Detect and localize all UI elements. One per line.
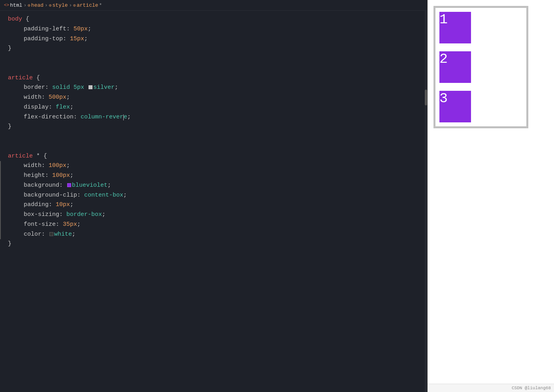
code-line-padding-top: padding-top: 15px; xyxy=(0,34,427,44)
preview-box-3: 3 xyxy=(435,87,475,126)
code-line-article-open: article { xyxy=(0,73,427,83)
breadcrumb-html[interactable]: html xyxy=(10,2,22,8)
scrollbar-track[interactable] xyxy=(425,11,427,392)
code-line-border: border: solid 5px silver; xyxy=(0,83,427,93)
breadcrumb-sep-2: › xyxy=(45,2,48,8)
article-tag-icon: ⊙ xyxy=(73,3,76,8)
code-line-padding-left: padding-left: 50px; xyxy=(0,24,427,34)
preview-article: 3 2 1 xyxy=(433,6,528,128)
blueviolet-swatch xyxy=(67,183,71,187)
code-line-blank3 xyxy=(0,132,427,142)
preview-panel: 3 2 1 CSDN @liulang68 xyxy=(428,0,554,392)
editor-panel: <> html › ⊙ head › ⊙ style › ⊙ article *… xyxy=(0,0,428,392)
breadcrumb-article[interactable]: article xyxy=(77,2,98,8)
code-line-background-clip: background-clip: content-box; xyxy=(0,191,427,201)
preview-box-2-label: 2 xyxy=(439,51,448,67)
code-line-blank1 xyxy=(0,54,427,64)
style-tag-icon: ⊙ xyxy=(49,3,52,8)
preview-box-2: 2 xyxy=(435,47,475,87)
silver-swatch xyxy=(89,85,92,89)
code-line-blank4 xyxy=(0,142,427,152)
code-line-body-close: } xyxy=(0,44,427,54)
breadcrumb-star: * xyxy=(99,2,102,8)
code-line-font-size: font-size: 35px; xyxy=(0,220,427,230)
code-line-article-star-close: } xyxy=(0,239,427,249)
html-icon: <> xyxy=(4,3,9,8)
code-line-box-sizing: box-sizing: border-box; xyxy=(0,210,427,220)
breadcrumb-head[interactable]: head xyxy=(31,2,43,8)
code-line-width-500: width: 500px; xyxy=(0,93,427,103)
breadcrumb-sep-1: › xyxy=(23,2,26,8)
code-line-color-white: color: white; xyxy=(0,230,427,240)
preview-box-1-label: 1 xyxy=(439,12,448,28)
code-line-height-100: height: 100px; xyxy=(0,171,427,181)
head-tag-icon: ⊙ xyxy=(28,3,30,8)
breadcrumb-sep-3: › xyxy=(69,2,72,8)
white-swatch xyxy=(49,232,53,236)
preview-box-3-label: 3 xyxy=(439,91,448,107)
code-line-display-flex: display: flex; xyxy=(0,103,427,113)
scrollbar-thumb[interactable] xyxy=(425,90,427,105)
code-line-background-bv: background: blueviolet; xyxy=(0,181,427,191)
code-line-padding-10: padding: 10px; xyxy=(0,200,427,210)
preview-box-1: 1 xyxy=(435,8,475,47)
code-editor[interactable]: body { padding-left: 50px; padding-top: … xyxy=(0,11,427,253)
breadcrumb-style[interactable]: style xyxy=(53,2,68,8)
code-line-width-100: width: 100px; xyxy=(0,161,427,171)
code-line-article-close: } xyxy=(0,122,427,132)
code-line-body-open: body { xyxy=(0,15,427,24)
footer-credit: CSDN @liulang68 xyxy=(428,384,554,392)
breadcrumb: <> html › ⊙ head › ⊙ style › ⊙ article * xyxy=(0,0,427,11)
code-line-flex-direction: flex-direction: column-revere; xyxy=(0,113,427,122)
code-line-blank2 xyxy=(0,64,427,73)
code-line-article-star-open: article * { xyxy=(0,152,427,161)
